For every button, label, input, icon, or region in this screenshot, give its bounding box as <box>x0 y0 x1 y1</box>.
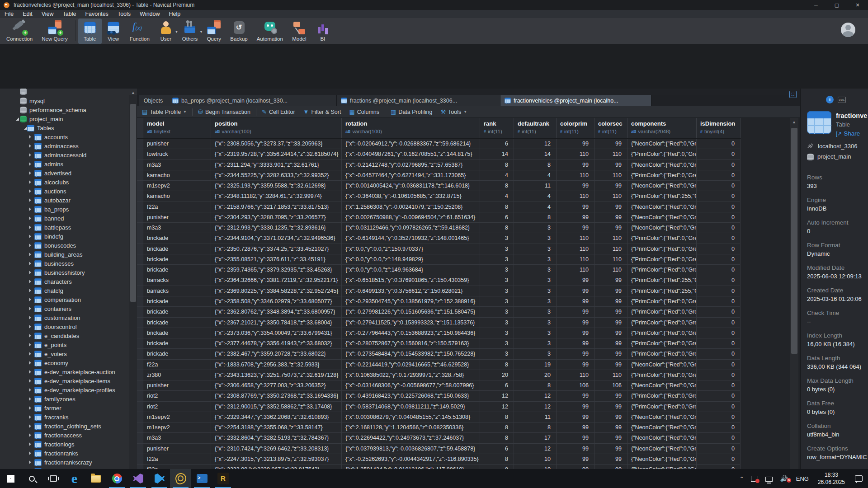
cell-components[interactable]: {"PrimColor":{"Red":0,"Gre <box>627 170 697 180</box>
collapsed-arrow-icon[interactable] <box>28 216 32 221</box>
cell-rotation[interactable]: {"x":0.22694422,"y":0.24973673,"z":37.24… <box>342 433 480 443</box>
cell-colorprim[interactable]: 99 <box>557 444 594 454</box>
cell-components[interactable]: {"NeonColor":{"Red":0,"Gr <box>627 454 697 464</box>
cell-colorsec[interactable]: 99 <box>594 433 627 443</box>
table-row[interactable]: brickade{"x":-2373.036,"y":3354.00049,"z… <box>137 328 741 338</box>
table-row[interactable]: punisher{"x":-2304.293,"y":3280.7095,"z"… <box>137 212 741 223</box>
clock[interactable]: 18:3326.06.2025 <box>818 471 845 486</box>
toolbar-button-new-query[interactable]: +New Query <box>37 19 72 44</box>
table-toolbar-columns[interactable]: ▦Columns <box>349 108 379 115</box>
cell-rotation[interactable]: {"x":-0.280752867,"y":0.1560816,"z":150.… <box>342 338 480 348</box>
collapsed-arrow-icon[interactable] <box>28 451 32 455</box>
cell-isDimension[interactable]: 0 <box>697 170 741 180</box>
cell-position[interactable]: {"x":-2158.9766,"y":3217.1853,"z":33.817… <box>211 202 342 212</box>
cell-colorprim[interactable]: 99 <box>557 412 594 422</box>
table-row[interactable]: m3a3{"x":-2332.8604,"y":3282.5193,"z":32… <box>137 433 741 443</box>
collapsed-arrow-icon[interactable] <box>28 180 32 184</box>
taskbar-start[interactable] <box>0 469 21 488</box>
cell-defaultrank[interactable]: 17 <box>514 433 557 443</box>
notification-icon[interactable] <box>855 475 863 482</box>
cell-isDimension[interactable]: 0 <box>697 422 741 432</box>
cell-position[interactable]: {"x":-2343.13623,"y":3251.75073,"z":32.6… <box>211 370 342 380</box>
cell-colorprim[interactable]: 99 <box>557 202 594 212</box>
cell-rank[interactable]: 3 <box>480 318 514 328</box>
cell-model[interactable]: riot2 <box>143 391 211 401</box>
collapsed-arrow-icon[interactable] <box>28 352 32 356</box>
cell-components[interactable]: {"NeonColor":{"Red":0,"Gr <box>627 181 697 191</box>
cell-model[interactable]: riot2 <box>143 402 211 412</box>
sidebar-item-adminaccessold[interactable]: adminaccessold <box>0 150 129 160</box>
cell-components[interactable]: {"PrimColor":{"Red":255,"G <box>627 275 697 285</box>
cell-colorprim[interactable]: 99 <box>557 181 594 191</box>
cell-rank[interactable]: 8 <box>480 181 514 191</box>
cell-position[interactable]: {"x":-2364.32666,"y":3381.72119,"z":32.9… <box>211 275 342 285</box>
cell-position[interactable]: {"x":-2348.11182,"y":3284.61,"z":32.9997… <box>211 191 342 201</box>
cell-rank[interactable]: 8 <box>480 422 514 432</box>
cell-defaultrank[interactable]: 3 <box>514 349 557 359</box>
cell-components[interactable]: {"PrimColor":{"Red":0,"Gre <box>627 307 697 317</box>
cell-isDimension[interactable]: 0 <box>697 286 741 296</box>
cell-colorsec[interactable]: 99 <box>594 307 627 317</box>
cell-rotation[interactable]: {"x":1.2591434,"y":-0.01012106,"z":-117.… <box>342 465 480 469</box>
cell-position[interactable]: {"x":-1833.6708,"y":2956.383,"z":32.5933… <box>211 360 342 370</box>
sidebar-item-advertised[interactable]: advertised <box>0 169 129 178</box>
action-center-icon[interactable] <box>751 476 758 482</box>
cell-components[interactable]: {"PrimColor":{"Red":0,"Gre <box>627 370 697 380</box>
language-indicator[interactable]: ENG <box>796 475 809 482</box>
cell-isDimension[interactable]: 0 <box>697 454 741 464</box>
cell-position[interactable]: {"x":-2254.3188,"y":3355.068,"z":33.5814… <box>211 422 342 432</box>
sidebar-item-ba_props[interactable]: ba_props <box>0 205 129 214</box>
cell-rotation[interactable]: {"x":-0.6499133,"y":0.3756612,"z":150.62… <box>342 286 480 296</box>
table-row[interactable]: riot2{"x":-2312.90015,"y":3352.58862,"z"… <box>137 402 741 412</box>
collapsed-arrow-icon[interactable] <box>28 171 32 175</box>
sidebar-item-autobazar[interactable]: autobazar <box>0 196 129 205</box>
collapsed-arrow-icon[interactable] <box>28 343 32 347</box>
cell-defaultrank[interactable]: 4 <box>514 170 557 180</box>
collapsed-arrow-icon[interactable] <box>28 289 32 293</box>
collapsed-arrow-icon[interactable] <box>28 280 32 284</box>
cell-components[interactable]: {"PrimColor":{"Red":0,"Gre <box>627 391 697 401</box>
cell-colorprim[interactable]: 99 <box>557 318 594 328</box>
taskbar-task-view[interactable] <box>42 469 64 488</box>
menu-table[interactable]: Table <box>58 11 81 17</box>
cell-isDimension[interactable]: 0 <box>697 139 741 149</box>
cell-colorsec[interactable]: 99 <box>594 422 627 432</box>
cell-defaultrank[interactable]: 3 <box>514 338 557 348</box>
cell-colorsec[interactable]: 99 <box>594 349 627 359</box>
cell-isDimension[interactable]: 0 <box>697 412 741 422</box>
table-toolbar-filter-sort[interactable]: ▼Filter & Sort <box>303 108 341 115</box>
table-row[interactable]: punisher{"x":-2308.5056,"y":3273.37,"z":… <box>137 139 741 149</box>
cell-defaultrank[interactable]: 3 <box>514 328 557 338</box>
cell-rank[interactable]: 3 <box>480 265 514 275</box>
cell-colorprim[interactable]: 99 <box>557 465 594 469</box>
cell-position[interactable]: {"x":-2377.44678,"y":3356.41943,"z":33.6… <box>211 338 342 348</box>
cell-position[interactable]: {"x":-2312.90015,"y":3352.58862,"z":33.1… <box>211 402 342 412</box>
cell-defaultrank[interactable]: 12 <box>514 139 557 149</box>
cell-isDimension[interactable]: 0 <box>697 275 741 285</box>
toolbar-button-view[interactable]: View <box>102 19 125 44</box>
sidebar-item-fractionrankscrazy[interactable]: fractionrankscrazy <box>0 458 129 467</box>
cell-defaultrank[interactable]: 11 <box>514 412 557 422</box>
cell-model[interactable]: brickade <box>143 318 211 328</box>
cell-colorprim[interactable]: 106 <box>557 380 594 390</box>
sidebar-item-accounts[interactable]: accounts <box>0 132 129 141</box>
cell-colorsec[interactable]: 110 <box>594 370 627 380</box>
cell-position[interactable]: {"x":-2311.294,"y":3333.901,"z":32.61761… <box>211 160 342 170</box>
cell-rotation[interactable]: {"x":-0.279411525,"y":0.153993323,"z":15… <box>342 318 480 328</box>
cell-model[interactable]: f22a <box>143 454 211 464</box>
table-row[interactable]: m1sepv2{"x":-2254.3188,"y":3355.068,"z":… <box>137 422 741 433</box>
collapsed-arrow-icon[interactable] <box>28 388 32 392</box>
column-header-model[interactable]: modelaBtinytext <box>143 118 211 138</box>
taskbar-vscode[interactable] <box>149 469 170 488</box>
cell-position[interactable]: {"x":-2355.08521,"y":3376.611,"z":33.451… <box>211 254 342 264</box>
cell-rotation[interactable]: {"x":-0.21412748,"y":0.02796895,"z":57.6… <box>342 160 480 170</box>
collapsed-arrow-icon[interactable] <box>28 135 32 139</box>
sidebar-item-e_voters[interactable]: e_voters <box>0 349 129 358</box>
cell-defaultrank[interactable]: 4 <box>514 191 557 201</box>
table-row[interactable]: punisher{"x":-2310.7424,"y":3269.6462,"z… <box>137 444 741 454</box>
cell-colorprim[interactable]: 110 <box>557 191 594 201</box>
column-header-rank[interactable]: rank#int(11) <box>480 118 514 138</box>
collapsed-arrow-icon[interactable] <box>28 397 32 401</box>
cell-model[interactable]: kamacho <box>143 170 211 180</box>
cell-model[interactable]: brickade <box>143 328 211 338</box>
